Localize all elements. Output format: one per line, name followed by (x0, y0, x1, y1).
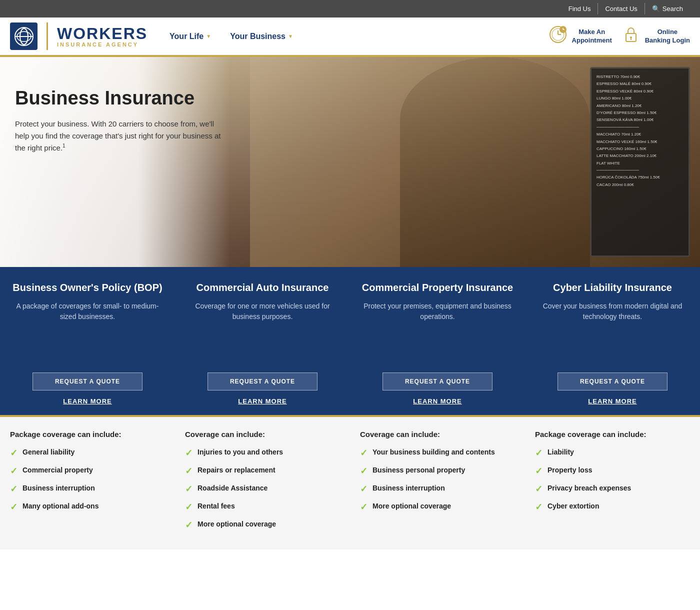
list-item: ✓General liability (10, 448, 165, 458)
list-item: ✓Business personal property (360, 466, 515, 476)
list-item: ✓Commercial property (10, 466, 165, 476)
list-item: ✓Cyber extortion (535, 502, 690, 512)
nav-your-life-label: Your Life (170, 32, 204, 41)
list-item: ✓Business interruption (360, 484, 515, 494)
check-icon: ✓ (360, 448, 368, 458)
svg-point-12 (630, 36, 632, 38)
check-icon: ✓ (535, 502, 542, 512)
coverage-item-text-0-0: General liability (22, 448, 74, 458)
coverage-item-text-3-1: Property loss (548, 466, 592, 476)
request-quote-btn-3[interactable]: REQUEST A QUOTE (558, 372, 668, 390)
coverage-item-text-2-2: Business interruption (372, 484, 445, 494)
card-desc-2: Protect your premises, equipment and bus… (360, 301, 515, 362)
check-icon: ✓ (10, 466, 18, 476)
coverage-heading-0: Package coverage can include: (10, 429, 165, 440)
learn-more-link-1[interactable]: LEARN MORE (238, 398, 286, 405)
logo-brand: WORKERS (57, 26, 148, 42)
card-blue-0: Business Owner's Policy (BOP)A package o… (0, 267, 175, 417)
contact-us-link[interactable]: Contact Us (598, 3, 644, 14)
learn-more-link-3[interactable]: LEARN MORE (588, 398, 636, 405)
nav-your-life[interactable]: Your Life ▼ (162, 28, 218, 45)
cards-section: Business Owner's Policy (BOP)A package o… (0, 267, 700, 550)
make-appointment-btn[interactable]: Make AnAppointment (549, 26, 612, 47)
list-item: ✓Liability (535, 448, 690, 458)
find-us-link[interactable]: Find Us (562, 3, 598, 14)
coverage-item-text-1-4: More optional coverage (198, 520, 276, 530)
list-item: ✓Roadside Assistance (185, 484, 340, 494)
coverage-item-text-3-2: Privacy breach expenses (548, 484, 631, 494)
logo-icon (10, 22, 38, 50)
card-blue-1: Commercial Auto InsuranceCoverage for on… (175, 267, 350, 417)
check-icon: ✓ (360, 502, 368, 512)
main-nav: Your Life ▼ Your Business ▼ (162, 28, 534, 45)
search-icon: 🔍 (652, 5, 660, 12)
check-icon: ✓ (185, 520, 192, 530)
check-icon: ✓ (360, 466, 368, 476)
list-item: ✓Privacy breach expenses (535, 484, 690, 494)
make-appointment-label: Make AnAppointment (572, 28, 612, 45)
coverage-item-text-0-1: Commercial property (22, 466, 93, 476)
card-blue-3: Cyber Liability InsuranceCover your busi… (525, 267, 700, 417)
logo-divider (46, 22, 48, 50)
card-title-0: Business Owner's Policy (BOP) (12, 281, 162, 294)
check-icon: ✓ (360, 484, 368, 494)
hero-title: Business Insurance (15, 87, 225, 110)
hero-section: RISTRETTO 70ml 0.90€ ESPRESSO MALÉ 80ml … (0, 57, 700, 267)
coverage-area-2: Coverage can include:✓Your business buil… (350, 417, 525, 550)
search-label: Search (662, 5, 683, 12)
request-quote-btn-0[interactable]: REQUEST A QUOTE (32, 372, 142, 390)
card-title-3: Cyber Liability Insurance (553, 281, 672, 294)
check-icon: ✓ (10, 502, 18, 512)
nav-your-business-chevron: ▼ (288, 34, 293, 39)
coverage-heading-3: Package coverage can include: (535, 429, 690, 440)
card-2: Commercial Property InsuranceProtect you… (350, 267, 525, 550)
calendar-icon (549, 26, 567, 47)
coverage-item-text-2-1: Business personal property (372, 466, 465, 476)
list-item: ✓Rental fees (185, 502, 340, 512)
coverage-area-3: Package coverage can include:✓Liability✓… (525, 417, 700, 550)
hero-content: Business Insurance Protect your business… (15, 87, 225, 154)
coverage-item-text-1-1: Repairs or replacement (198, 466, 276, 476)
check-icon: ✓ (535, 448, 542, 458)
card-0: Business Owner's Policy (BOP)A package o… (0, 267, 175, 550)
lock-icon (622, 26, 640, 47)
logo-text: WORKERS INSURANCE AGENCY (57, 26, 148, 48)
list-item: ✓More optional coverage (185, 520, 340, 530)
coverage-item-text-2-3: More optional coverage (372, 502, 451, 512)
nav-your-business-label: Your Business (230, 32, 286, 41)
card-blue-2: Commercial Property InsuranceProtect you… (350, 267, 525, 417)
card-1: Commercial Auto InsuranceCoverage for on… (175, 267, 350, 550)
card-desc-3: Cover your business from modern digital … (535, 301, 690, 362)
list-item: ✓More optional coverage (360, 502, 515, 512)
nav-your-life-chevron: ▼ (206, 34, 211, 39)
coverage-item-text-3-0: Liability (548, 448, 574, 458)
coverage-item-text-0-3: Many optional add-ons (22, 502, 98, 512)
coverage-heading-1: Coverage can include: (185, 429, 340, 440)
check-icon: ✓ (535, 484, 542, 494)
learn-more-link-0[interactable]: LEARN MORE (63, 398, 112, 405)
coverage-item-text-0-2: Business interruption (22, 484, 95, 494)
online-banking-label: OnlineBanking Login (645, 28, 690, 45)
coverage-heading-2: Coverage can include: (360, 429, 515, 440)
nav-your-business[interactable]: Your Business ▼ (223, 28, 300, 45)
list-item: ✓Repairs or replacement (185, 466, 340, 476)
search-link[interactable]: 🔍 Search (645, 3, 690, 14)
top-bar: Find Us Contact Us 🔍 Search (0, 0, 700, 18)
header: WORKERS INSURANCE AGENCY Your Life ▼ You… (0, 18, 700, 57)
list-item: ✓Injuries to you and others (185, 448, 340, 458)
coverage-area-0: Package coverage can include:✓General li… (0, 417, 175, 550)
list-item: ✓Business interruption (10, 484, 165, 494)
check-icon: ✓ (185, 448, 192, 458)
list-item: ✓Property loss (535, 466, 690, 476)
coverage-item-text-2-0: Your business building and contents (372, 448, 495, 458)
online-banking-btn[interactable]: OnlineBanking Login (622, 26, 690, 47)
card-desc-1: Coverage for one or more vehicles used f… (185, 301, 340, 362)
hero-description: Protect your business. With 20 carriers … (15, 118, 225, 154)
check-icon: ✓ (185, 502, 192, 512)
learn-more-link-2[interactable]: LEARN MORE (413, 398, 462, 405)
coverage-item-text-1-3: Rental fees (198, 502, 235, 512)
request-quote-btn-2[interactable]: REQUEST A QUOTE (382, 372, 492, 390)
check-icon: ✓ (185, 466, 192, 476)
list-item: ✓Many optional add-ons (10, 502, 165, 512)
request-quote-btn-1[interactable]: REQUEST A QUOTE (208, 372, 318, 390)
